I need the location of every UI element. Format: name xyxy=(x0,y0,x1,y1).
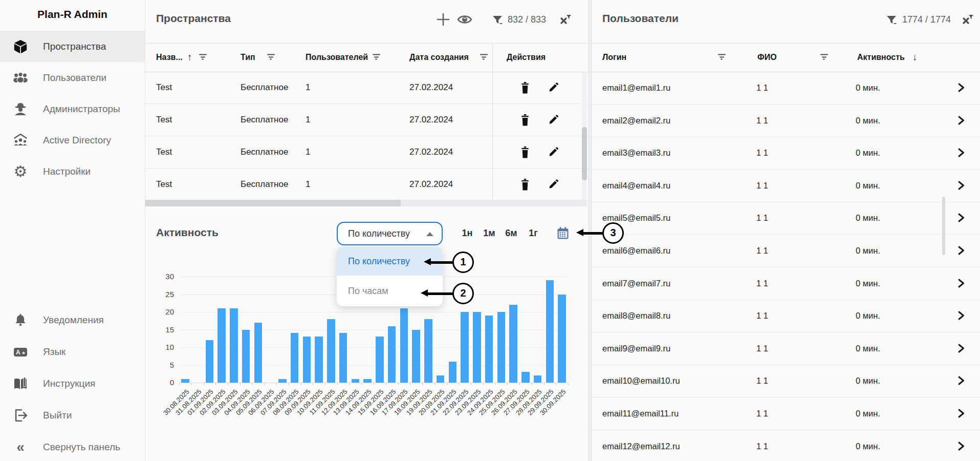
x-axis-tick xyxy=(325,383,325,385)
x-axis-tick xyxy=(386,383,386,385)
table-row[interactable]: email5@email5.ru1 10 мин. xyxy=(592,202,980,235)
chart-bar xyxy=(217,308,226,383)
annotation-arrow-2 xyxy=(421,289,428,297)
x-axis-tick xyxy=(434,383,435,385)
user-login-cell: email3@email3.ru xyxy=(602,148,670,158)
user-fio-cell: 1 1 xyxy=(756,246,768,256)
user-fio-cell: 1 1 xyxy=(756,442,768,451)
chevron-right-icon[interactable] xyxy=(957,245,965,256)
chart-bar xyxy=(521,372,530,383)
chart-bar xyxy=(473,312,481,383)
annotation-circle-3: 3 xyxy=(602,222,624,244)
chart-bar xyxy=(315,337,323,383)
x-axis-tick xyxy=(204,383,204,385)
column-header-activity[interactable]: Активность xyxy=(857,53,905,62)
chart-bar xyxy=(534,375,542,383)
table-row[interactable]: email9@email9.ru1 10 мин. xyxy=(592,332,980,365)
user-fio-cell: 1 1 xyxy=(756,116,768,125)
x-axis-tick xyxy=(350,383,350,385)
chart-bar xyxy=(352,379,360,383)
annotation-circle-2: 2 xyxy=(452,283,474,304)
x-axis-tick xyxy=(361,383,362,385)
x-axis-tick xyxy=(264,383,265,385)
chevron-right-icon[interactable] xyxy=(957,310,965,321)
x-axis-tick xyxy=(507,383,508,385)
table-row[interactable]: email1@email1.ru1 10 мин. xyxy=(592,72,980,104)
chart-bar xyxy=(437,375,445,383)
chart-bar xyxy=(327,319,335,383)
chevron-right-icon[interactable] xyxy=(957,375,965,386)
annotation-circle-1: 1 xyxy=(452,252,474,273)
chevron-right-icon[interactable] xyxy=(957,441,965,451)
chart-bar xyxy=(376,337,384,383)
chart-bar xyxy=(461,312,469,383)
chevron-right-icon[interactable] xyxy=(957,278,965,288)
user-activity-cell: 0 мин. xyxy=(856,83,880,93)
user-login-cell: email11@email11.ru xyxy=(602,409,679,418)
y-axis-tick-label: 10 xyxy=(154,343,174,351)
plan-r-admin-app: Plan-R Admin Пространства Пользователи А… xyxy=(0,0,980,461)
user-fio-cell: 1 1 xyxy=(756,311,768,321)
user-login-cell: email1@email1.ru xyxy=(602,83,670,93)
x-axis-tick xyxy=(532,383,532,385)
table-row[interactable]: email12@email12.ru1 10 мин. xyxy=(592,430,980,461)
table-row[interactable]: email11@email11.ru1 10 мин. xyxy=(592,397,980,430)
user-activity-cell: 0 мин. xyxy=(856,279,880,288)
chevron-right-icon[interactable] xyxy=(957,82,965,93)
table-row[interactable]: email2@email2.ru1 10 мин. xyxy=(592,104,980,137)
chart-bar xyxy=(303,337,311,383)
column-filter-icon[interactable] xyxy=(717,54,726,61)
user-login-cell: email2@email2.ru xyxy=(602,116,670,125)
table-row[interactable]: email8@email8.ru1 10 мин. xyxy=(592,300,980,332)
chart-bar xyxy=(254,323,263,383)
chevron-right-icon[interactable] xyxy=(957,408,965,418)
users-table-body: email1@email1.ru1 10 мин.email2@email2.r… xyxy=(592,72,980,461)
activity-mode-select[interactable]: По количеству xyxy=(337,222,443,245)
x-axis-tick xyxy=(422,383,423,385)
x-axis-tick xyxy=(495,383,496,385)
user-fio-cell: 1 1 xyxy=(756,148,768,158)
user-login-cell: email10@email10.ru xyxy=(602,376,680,386)
y-axis-tick-label: 30 xyxy=(154,272,174,281)
users-clear-filter-icon[interactable] xyxy=(960,12,975,28)
chart-bar xyxy=(230,308,238,383)
users-filter-icon[interactable] xyxy=(885,13,899,27)
annotation-line-3 xyxy=(583,232,603,235)
table-row[interactable]: email6@email6.ru1 10 мин. xyxy=(592,235,980,267)
chevron-right-icon[interactable] xyxy=(957,213,965,223)
column-filter-icon[interactable] xyxy=(820,54,828,61)
chevron-right-icon[interactable] xyxy=(957,343,965,353)
user-login-cell: email4@email4.ru xyxy=(602,181,670,191)
user-login-cell: email12@email12.ru xyxy=(602,442,680,451)
annotation-arrow-1 xyxy=(424,258,431,265)
column-header-fio[interactable]: ФИО xyxy=(757,53,777,62)
chart-bar xyxy=(546,280,554,383)
table-row[interactable]: email3@email3.ru1 10 мин. xyxy=(592,137,980,170)
user-activity-cell: 0 мин. xyxy=(856,213,880,223)
x-axis-tick xyxy=(568,383,569,385)
user-login-cell: email8@email8.ru xyxy=(602,311,670,321)
activity-mode-menu: По количеству По часам xyxy=(337,247,443,306)
x-axis-tick xyxy=(252,383,253,385)
annotation-arrow-3 xyxy=(576,229,583,236)
user-activity-cell: 0 мин. xyxy=(856,311,880,321)
user-fio-cell: 1 1 xyxy=(756,344,768,353)
users-scrollbar-thumb[interactable] xyxy=(942,197,945,255)
table-row[interactable]: email4@email4.ru1 10 мин. xyxy=(592,170,980,202)
chart-bar xyxy=(424,319,432,383)
table-row[interactable]: email10@email10.ru1 10 мин. xyxy=(592,365,980,397)
chart-bar xyxy=(242,330,250,383)
sort-desc-icon[interactable]: ↓ xyxy=(912,52,918,63)
y-axis-tick-label: 5 xyxy=(154,361,174,369)
chevron-right-icon[interactable] xyxy=(957,180,965,191)
table-row[interactable]: email7@email7.ru1 10 мин. xyxy=(592,267,980,300)
x-axis-tick xyxy=(556,383,556,385)
x-axis-tick xyxy=(289,383,289,385)
users-filter-count: 1774 / 1774 xyxy=(902,14,951,25)
user-activity-cell: 0 мин. xyxy=(856,442,880,451)
user-activity-cell: 0 мин. xyxy=(856,344,880,353)
chevron-right-icon[interactable] xyxy=(957,115,965,125)
chevron-right-icon[interactable] xyxy=(957,148,965,158)
y-axis-tick-label: 15 xyxy=(154,325,174,334)
column-header-login[interactable]: Логин xyxy=(602,53,626,62)
